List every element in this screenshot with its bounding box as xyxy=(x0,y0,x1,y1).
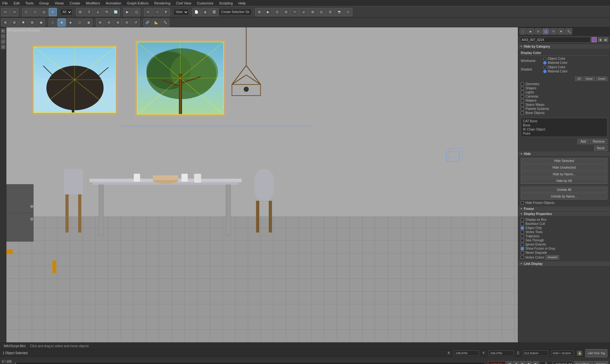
cb-ignore-extents[interactable] xyxy=(521,243,524,246)
tb2-17[interactable]: 📐 xyxy=(152,18,160,27)
cb-show-frozen-gray[interactable] xyxy=(521,247,524,250)
hide-section-header[interactable]: ▼ Hide xyxy=(518,152,610,157)
cb-lights[interactable] xyxy=(521,91,524,94)
tb2-6[interactable]: □ xyxy=(49,18,57,27)
cb-shapes[interactable] xyxy=(521,87,524,90)
hbc-invert-btn[interactable]: Invert xyxy=(596,77,607,81)
tb-extra4[interactable]: ⊟ xyxy=(282,8,290,16)
cat-item-ik-chain[interactable]: IK Chain Object xyxy=(522,127,606,131)
filter-dropdown[interactable]: All xyxy=(60,9,72,15)
menu-views[interactable]: Views xyxy=(54,1,65,5)
menu-rendering[interactable]: Rendering xyxy=(153,1,172,5)
snap-3d[interactable]: 3 xyxy=(85,8,93,16)
tb-extra2[interactable]: ▶ xyxy=(264,8,272,16)
tab-utilities[interactable]: ⚙ xyxy=(550,28,557,35)
menu-group[interactable]: Group xyxy=(38,1,50,5)
menu-scripting[interactable]: Scripting xyxy=(218,1,234,5)
display-props-header[interactable]: ▼ Display Properties xyxy=(518,212,610,217)
set-key-btn[interactable]: Set Key xyxy=(594,361,608,364)
undo-button[interactable]: ↩ xyxy=(1,8,10,16)
x-coord-field[interactable] xyxy=(454,350,479,356)
y-coord-field[interactable] xyxy=(488,350,514,356)
tb2-7[interactable]: ■ xyxy=(58,18,66,27)
tb2-9[interactable]: ⬡ xyxy=(75,18,84,27)
select-region[interactable]: ⬡ xyxy=(31,8,39,16)
spinner-snap[interactable]: 🔄 xyxy=(112,8,120,16)
tb-extra10[interactable]: ⬒ xyxy=(335,8,343,16)
tb-extra6[interactable]: ⌀ xyxy=(300,8,308,16)
object-color-swatch[interactable] xyxy=(592,37,597,42)
cat-add-btn[interactable]: Add xyxy=(578,139,589,144)
menu-customize[interactable]: Customize xyxy=(196,1,214,5)
cb-helpers[interactable] xyxy=(521,99,524,102)
next-frame-btn[interactable]: ▶| xyxy=(526,361,532,364)
menu-create[interactable]: Create xyxy=(69,1,81,5)
angle-snap[interactable]: ∠ xyxy=(94,8,102,16)
cb-hide-frozen[interactable] xyxy=(521,201,524,205)
left-btn-3[interactable]: ◎ xyxy=(1,39,5,44)
go-start-btn[interactable]: |◀ xyxy=(506,361,512,364)
cb-vertex-colors[interactable] xyxy=(521,256,524,259)
tb-extra7[interactable]: ⊞ xyxy=(308,8,317,16)
cb-display-as-box[interactable] xyxy=(521,218,524,221)
select-tool[interactable]: ⬡ xyxy=(22,8,30,16)
frame-input[interactable] xyxy=(540,361,552,364)
tab-display[interactable]: □ xyxy=(519,28,526,35)
tb2-18[interactable]: 🔧 xyxy=(161,18,169,27)
menu-file[interactable]: File xyxy=(1,1,9,5)
hide-unselected-btn[interactable]: Hide Unselected xyxy=(521,165,607,171)
cb-bone-objects[interactable] xyxy=(521,111,524,115)
percent-snap[interactable]: % xyxy=(103,8,111,16)
cat-remove-btn[interactable]: Remove xyxy=(590,139,607,144)
view-dropdown[interactable]: View xyxy=(173,9,189,15)
link-display-header[interactable]: ▼ Link Display xyxy=(518,261,610,266)
left-btn-4[interactable]: ⊞ xyxy=(1,45,5,49)
unhide-all-btn[interactable]: Unhide All xyxy=(521,187,607,193)
render-button[interactable]: ▶ xyxy=(123,8,132,16)
hide-by-hit-btn[interactable]: Hide by Hit xyxy=(521,178,607,184)
selected-dropdown[interactable]: Selected xyxy=(553,361,573,364)
tb2-4[interactable]: ⊞ xyxy=(28,18,36,27)
maxscript-tab[interactable]: MAXScript Mini xyxy=(2,343,27,349)
object-name-input[interactable] xyxy=(520,37,590,43)
cb-cameras[interactable] xyxy=(521,95,524,98)
hbc-all-btn[interactable]: All xyxy=(575,77,583,81)
timeline-track[interactable] xyxy=(15,362,485,364)
shaded-mat-color-radio[interactable] xyxy=(543,70,546,73)
tb-extra8[interactable]: ◎ xyxy=(317,8,326,16)
unhide-by-name-btn[interactable]: Unhide by Name... xyxy=(521,193,607,199)
cb-backface-cull[interactable] xyxy=(521,222,524,226)
snap-toggle[interactable]: ⊞ xyxy=(76,8,84,16)
tb2-5[interactable]: ◉ xyxy=(37,18,45,27)
menu-graph-editors[interactable]: Graph Editors xyxy=(126,1,150,5)
tb2-3[interactable]: ✱ xyxy=(19,18,27,27)
cb-geometry[interactable] xyxy=(521,83,524,86)
tb2-14[interactable]: ⊘ xyxy=(123,18,131,27)
tb-extra3[interactable]: ⊡ xyxy=(273,8,281,16)
wireframe-mat-color-radio[interactable] xyxy=(543,61,546,64)
tab-display-active[interactable]: ◫ xyxy=(542,28,549,35)
z-coord-field[interactable] xyxy=(523,350,548,356)
menu-animation[interactable]: Animation xyxy=(105,1,122,5)
tab-create[interactable]: ✱ xyxy=(558,28,565,35)
redo-button[interactable]: ↪ xyxy=(10,8,18,16)
left-btn-2[interactable]: □ xyxy=(1,34,5,38)
cb-particle-systems[interactable] xyxy=(521,107,524,111)
cb-edges-only[interactable] xyxy=(521,226,524,230)
align-button[interactable]: ⊣ xyxy=(153,8,161,16)
menu-civil-view[interactable]: Civil View xyxy=(175,1,192,5)
menu-modifiers[interactable]: Modifiers xyxy=(85,1,101,5)
tb2-13[interactable]: ⊗ xyxy=(114,18,122,27)
menu-tools[interactable]: Tools xyxy=(24,1,35,5)
mirror-button[interactable]: ⇔ xyxy=(144,8,152,16)
cat-none-btn[interactable]: None xyxy=(594,145,607,151)
shaded-obj-color-radio[interactable] xyxy=(543,66,546,69)
tb-extra1[interactable]: ⊞ xyxy=(255,8,263,16)
layers-button[interactable]: 📄 xyxy=(192,8,200,16)
tb-extra9[interactable]: ☰ xyxy=(326,8,335,16)
tab-modify[interactable]: 🔧 xyxy=(565,28,572,35)
select-move[interactable]: ✛ xyxy=(49,8,57,16)
create-selection-button[interactable]: Create Selection Se xyxy=(219,9,252,15)
freeze-section-header[interactable]: ▼ Freeze xyxy=(518,206,610,212)
lock-icon[interactable]: 🔒 xyxy=(577,351,582,356)
